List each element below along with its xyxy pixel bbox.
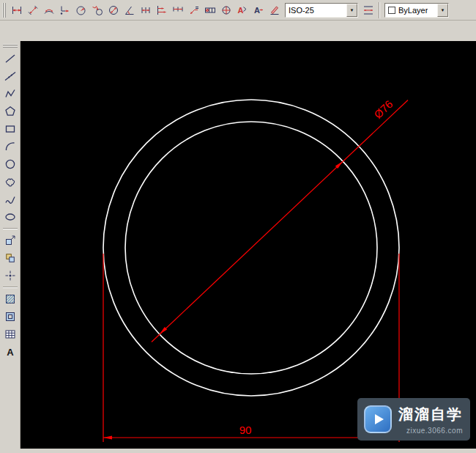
circle-button[interactable]: [2, 156, 18, 172]
leader-icon: [188, 4, 200, 16]
dimension-toolbar-icons: AA: [1, 0, 283, 20]
toolbar-grip[interactable]: [2, 3, 6, 18]
svg-text:A: A: [254, 6, 260, 15]
center-mark-icon: [220, 4, 232, 16]
dim-style-button[interactable]: [360, 2, 376, 18]
make-block-button[interactable]: [2, 250, 18, 266]
mtext-icon: A: [4, 346, 16, 358]
dim-aligned-icon: [27, 4, 39, 16]
dim-radius-icon: [75, 4, 87, 16]
polygon-button[interactable]: [2, 103, 18, 119]
dim-baseline-button[interactable]: [154, 2, 170, 18]
dim-style-combo[interactable]: ISO-25 ▼: [285, 3, 358, 18]
dim-text-edit-button[interactable]: A: [250, 2, 267, 18]
block-icon: [4, 252, 16, 264]
linear-dim-arrow-left: [103, 435, 112, 439]
drawing-canvas[interactable]: Ø76 90 溜溜自学 zixue.3066.com: [21, 41, 476, 449]
line-icon: [4, 53, 16, 65]
diameter-dim-text[interactable]: Ø76: [371, 97, 395, 121]
dim-linear-button[interactable]: [9, 2, 25, 18]
insert-block-button[interactable]: [2, 232, 18, 248]
watermark-brand: 溜溜自学: [398, 405, 463, 424]
diameter-dim-line[interactable]: [152, 100, 408, 342]
linear-dimension[interactable]: 90: [103, 254, 399, 442]
point-button[interactable]: [2, 268, 18, 284]
watermark-play-icon: [364, 405, 392, 433]
arc-icon: [4, 141, 16, 152]
pline-icon: [4, 88, 16, 100]
toolbar-grip[interactable]: [3, 44, 18, 48]
color-control-combo[interactable]: ByLayer ▼: [384, 3, 449, 18]
polyline-button[interactable]: [2, 86, 18, 102]
spline-icon: [4, 194, 16, 205]
dim-quick-icon: [140, 4, 152, 16]
watermark-text: 溜溜自学 zixue.3066.com: [398, 405, 463, 435]
rectangle-button[interactable]: [2, 121, 18, 137]
dim-ordinate-button[interactable]: [57, 2, 73, 18]
toolbar-separator: [379, 2, 380, 18]
dim-continue-button[interactable]: [170, 2, 186, 18]
dim-diameter-icon: [108, 4, 119, 16]
dim-ordinate-icon: [59, 4, 71, 16]
watermark: 溜溜自学 zixue.3066.com: [357, 398, 470, 441]
circle-icon: [4, 158, 16, 170]
construction-line-button[interactable]: [2, 68, 18, 84]
dim-arc-length-button[interactable]: [41, 2, 57, 18]
ellipse-icon: [4, 211, 16, 223]
dimstyle-icon: [362, 4, 374, 16]
watermark-site: zixue.3066.com: [406, 427, 463, 435]
xline-icon: [4, 70, 16, 82]
draw-toolbar: A: [0, 41, 21, 449]
svg-text:A: A: [7, 347, 14, 358]
dim-style-value: ISO-25: [289, 6, 314, 15]
dim-radius-button[interactable]: [73, 2, 89, 18]
tolerance-button[interactable]: [202, 2, 218, 18]
table-button[interactable]: [2, 326, 18, 342]
play-triangle-icon: [375, 414, 384, 424]
dim-angular-button[interactable]: [122, 2, 138, 18]
drawing-entities: Ø76 90: [21, 41, 476, 449]
arc-button[interactable]: [2, 139, 18, 155]
dim-update-button[interactable]: [267, 2, 283, 18]
chevron-down-icon[interactable]: ▼: [346, 4, 357, 17]
quick-leader-button[interactable]: [186, 2, 202, 18]
toolbar-separator: [3, 228, 18, 229]
dim-continue-icon: [172, 4, 184, 16]
chevron-down-icon[interactable]: ▼: [437, 4, 448, 17]
linear-dim-text[interactable]: 90: [239, 424, 252, 436]
bylayer-color-swatch: [388, 7, 395, 14]
dim-arc-icon: [43, 4, 55, 16]
color-value: ByLayer: [398, 6, 428, 15]
dim-angular-icon: [124, 4, 135, 16]
revision-cloud-button[interactable]: [2, 174, 18, 190]
toolbar-separator: [3, 287, 18, 288]
table-icon: [4, 328, 16, 340]
point-icon: [4, 270, 16, 281]
dim-jogged-button[interactable]: [89, 2, 105, 18]
rect-icon: [4, 123, 16, 135]
quick-dimension-button[interactable]: [138, 2, 154, 18]
dim-edit-button[interactable]: A: [234, 2, 250, 18]
insert-icon: [4, 235, 16, 246]
dim-diameter-button[interactable]: [105, 2, 122, 18]
region-button[interactable]: [2, 309, 18, 325]
line-button[interactable]: [2, 51, 18, 67]
dimension-toolbar: AA ISO-25 ▼ ByLayer ▼: [0, 0, 476, 21]
hatch-button[interactable]: [2, 291, 18, 307]
dim-aligned-button[interactable]: [25, 2, 41, 18]
diameter-dimension[interactable]: Ø76: [152, 97, 408, 342]
spline-button[interactable]: [2, 191, 18, 207]
ellipse-button[interactable]: [2, 209, 18, 225]
dim-baseline-icon: [156, 4, 168, 16]
dimension-toolbar-tail-icons: [360, 0, 376, 20]
revcloud-icon: [4, 176, 16, 188]
dim-linear-icon: [11, 4, 23, 16]
polygon-icon: [4, 106, 16, 117]
center-mark-button[interactable]: [218, 2, 234, 18]
multiline-text-button[interactable]: A: [2, 344, 18, 360]
dim-text-edit-icon: A: [253, 4, 264, 16]
region-icon: [4, 311, 16, 323]
hatch-icon: [4, 293, 16, 305]
dim-update-icon: [269, 4, 280, 16]
svg-text:A: A: [238, 6, 244, 15]
